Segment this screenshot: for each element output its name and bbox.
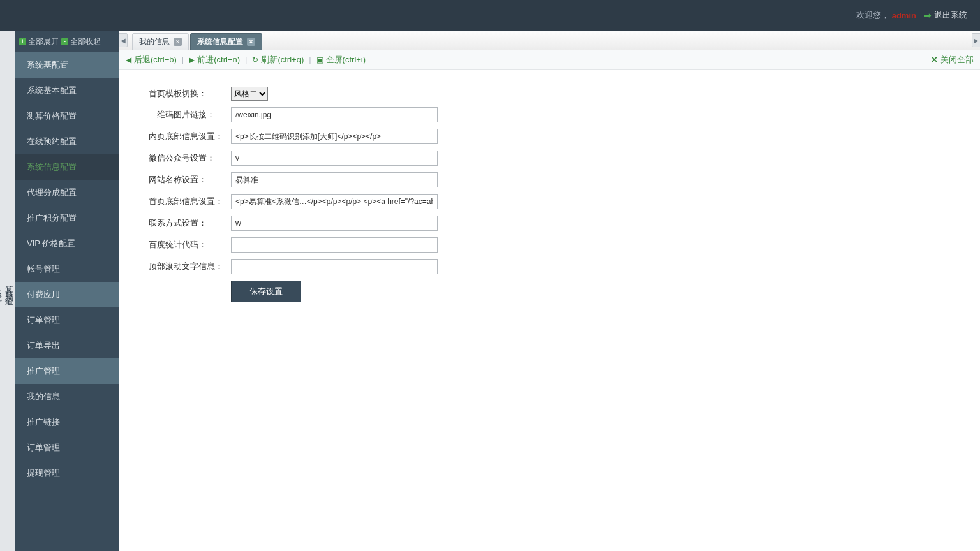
label-template: 首页模板切换： (145, 84, 227, 104)
nav-system-basic-config[interactable]: 系统基本配置 (15, 78, 119, 103)
nav-online-booking-config[interactable]: 在线预约配置 (15, 129, 119, 154)
template-select[interactable]: 风格一风格二风格三 (231, 87, 268, 101)
arrow-left-icon: ◀ (126, 55, 131, 64)
close-all-button[interactable]: ✕关闭全部 (931, 54, 974, 66)
close-icon[interactable]: × (174, 38, 182, 46)
tabs-scroll-right[interactable]: ▶ (972, 33, 980, 47)
refresh-button[interactable]: ↻刷新(ctrl+q) (252, 54, 304, 66)
label-baidu-stat: 百度统计代码： (145, 234, 227, 256)
nav-header-paid-apps[interactable]: 付费应用 (15, 282, 119, 307)
save-button[interactable]: 保存设置 (231, 281, 301, 302)
expand-all-button[interactable]: +全部展开 (19, 36, 59, 47)
wechat-input[interactable] (231, 151, 438, 166)
contact-input[interactable] (231, 216, 438, 231)
toolbar: ◀后退(ctrl+b) | ▶前进(ctrl+n) | ↻刷新(ctrl+q) … (119, 50, 980, 70)
sitename-input[interactable] (231, 172, 438, 187)
form-area: 首页模板切换： 风格一风格二风格三 二维码图片链接： 内页底部信息设置： 微信公… (119, 70, 980, 551)
tabs-scroll-left[interactable]: ◀ (119, 33, 128, 47)
tabs-row: ◀ 我的信息 × 系统信息配置 × ▶ (119, 31, 980, 50)
back-button[interactable]: ◀后退(ctrl+b) (126, 54, 177, 66)
plus-icon: + (19, 38, 26, 45)
side-rail: 算命频道 系统 (0, 31, 15, 551)
topbar: 欢迎您， admin ➡ 退出系统 (0, 0, 980, 31)
home-footer-input[interactable] (231, 194, 438, 209)
nav-calc-price-config[interactable]: 测算价格配置 (15, 103, 119, 129)
logout-label: 退出系统 (934, 10, 967, 21)
nav-header-promo-manage[interactable]: 推广管理 (15, 358, 119, 384)
content-area: ◀ 我的信息 × 系统信息配置 × ▶ ◀后退(ctrl+b) | ▶前进(ct… (119, 31, 980, 551)
sidebar: +全部展开 -全部收起 系统基配置 系统基本配置 测算价格配置 在线预约配置 系… (15, 31, 119, 551)
nav-vip-price-config[interactable]: VIP 价格配置 (15, 231, 119, 256)
collapse-all-button[interactable]: -全部收起 (61, 36, 101, 47)
nav-header-system-base[interactable]: 系统基配置 (15, 52, 119, 78)
tab-label: 系统信息配置 (197, 36, 243, 47)
arrow-right-icon: ➡ (924, 10, 932, 20)
label-home-footer: 首页底部信息设置： (145, 191, 227, 212)
label-inner-footer: 内页底部信息设置： (145, 126, 227, 147)
fullscreen-icon: ▣ (316, 55, 323, 64)
refresh-icon: ↻ (252, 55, 258, 64)
nav-account-manage[interactable]: 帐号管理 (15, 256, 119, 282)
nav-agent-split-config[interactable]: 代理分成配置 (15, 180, 119, 205)
label-top-scroll: 顶部滚动文字信息： (145, 256, 227, 277)
nav-order-manage[interactable]: 订单管理 (15, 307, 119, 333)
nav-my-info[interactable]: 我的信息 (15, 384, 119, 409)
nav-promo-points-config[interactable]: 推广积分配置 (15, 205, 119, 231)
arrow-right-icon: ▶ (189, 55, 195, 64)
welcome-text: 欢迎您， (856, 10, 889, 21)
nav-system-info-config[interactable]: 系统信息配置 (15, 154, 119, 180)
qrcode-url-input[interactable] (231, 107, 438, 122)
nav-promo-link[interactable]: 推广链接 (15, 409, 119, 435)
nav-withdraw-manage[interactable]: 提现管理 (15, 460, 119, 486)
tab-my-info[interactable]: 我的信息 × (132, 33, 189, 50)
username: admin (892, 11, 916, 20)
minus-icon: - (61, 38, 68, 45)
label-qrcode-url: 二维码图片链接： (145, 104, 227, 126)
top-scroll-input[interactable] (231, 259, 438, 274)
close-icon[interactable]: × (247, 38, 255, 46)
forward-button[interactable]: ▶前进(ctrl+n) (189, 54, 240, 66)
rail-group-2[interactable]: 系统 (0, 283, 3, 290)
label-sitename: 网站名称设置： (145, 169, 227, 191)
tab-system-info-config[interactable]: 系统信息配置 × (190, 33, 262, 50)
tab-label: 我的信息 (139, 36, 170, 47)
fullscreen-button[interactable]: ▣全屏(ctrl+i) (316, 54, 366, 66)
nav-order-manage-2[interactable]: 订单管理 (15, 435, 119, 460)
sidebar-top: +全部展开 -全部收起 (15, 31, 119, 52)
baidu-stat-input[interactable] (231, 237, 438, 253)
nav-order-export[interactable]: 订单导出 (15, 333, 119, 358)
close-icon: ✕ (931, 55, 938, 64)
label-wechat: 微信公众号设置： (145, 147, 227, 169)
logout-button[interactable]: ➡ 退出系统 (924, 10, 967, 21)
inner-footer-input[interactable] (231, 129, 438, 144)
rail-group-1[interactable]: 算命频道 (3, 279, 15, 294)
label-contact: 联系方式设置： (145, 212, 227, 234)
settings-form: 首页模板切换： 风格一风格二风格三 二维码图片链接： 内页底部信息设置： 微信公… (145, 84, 442, 305)
